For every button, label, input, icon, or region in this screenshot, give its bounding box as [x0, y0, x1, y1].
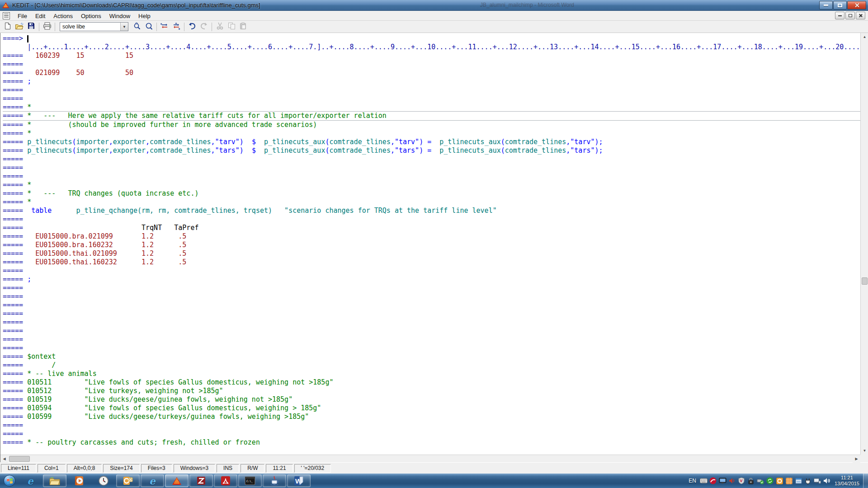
- editor-line[interactable]: ===== ;: [3, 275, 860, 284]
- horizontal-scrollbar[interactable]: ◀ ▶: [0, 455, 860, 462]
- horizontal-scroll-thumb[interactable]: [9, 456, 30, 462]
- editor-line[interactable]: ===== $ontext: [3, 352, 860, 361]
- taskbar-app-internet-explorer-window[interactable]: e: [141, 474, 164, 487]
- editor-line[interactable]: =====: [3, 86, 860, 94]
- open-button[interactable]: [14, 22, 25, 32]
- editor-line[interactable]: ===== p_tlinecuts(importer,exporter,comt…: [3, 138, 860, 146]
- editor-line[interactable]: =====: [3, 344, 860, 352]
- taskbar-clock[interactable]: 11:21 13/04/2015: [835, 475, 859, 487]
- vertical-scroll-thumb[interactable]: [862, 277, 868, 285]
- editor-line[interactable]: ===== * --- TRQ changes (quota incrase e…: [3, 189, 860, 198]
- minimize-button[interactable]: [819, 1, 833, 9]
- editor-line[interactable]: ===== 010519 "Live ducks/geese/guinea fo…: [3, 395, 860, 404]
- editor-line[interactable]: =====: [3, 155, 860, 164]
- editor-line[interactable]: =====: [3, 292, 860, 301]
- editor-line[interactable]: ===== 160239 15 15: [3, 52, 860, 60]
- editor-line[interactable]: =====: [3, 301, 860, 310]
- editor-line[interactable]: ===== EU015000.thai.021099 1.2 .5: [3, 249, 860, 258]
- menu-actions[interactable]: Actions: [49, 12, 77, 20]
- find-next-button[interactable]: [143, 22, 155, 32]
- taskbar-app-windows-explorer[interactable]: [43, 474, 66, 487]
- editor-line[interactable]: ===== *: [3, 129, 860, 138]
- scroll-left-icon[interactable]: ◀: [0, 455, 8, 463]
- taskbar-app-word[interactable]: W: [287, 474, 311, 487]
- editor-line[interactable]: ===== TrqNT TaPref: [3, 224, 860, 232]
- chevron-down-icon[interactable]: ▼: [120, 23, 128, 31]
- taskbar-app-clock-app[interactable]: [92, 474, 115, 487]
- menu-options[interactable]: Options: [77, 12, 105, 20]
- command-line[interactable]: ====>: [3, 34, 860, 43]
- taskbar-app-command-prompt[interactable]: C:\_: [238, 474, 262, 487]
- editor-line[interactable]: ===== 010511 "Live fowls of species Gall…: [3, 378, 860, 387]
- editor-line[interactable]: =====: [3, 284, 860, 292]
- taskbar-app-outlook[interactable]: [116, 474, 140, 487]
- editor-line[interactable]: ===== 010599 "Live ducks/geese/turkeys/g…: [3, 413, 860, 421]
- undo-button[interactable]: [186, 22, 198, 32]
- print-button[interactable]: [41, 22, 53, 32]
- editor-line[interactable]: ===== *: [3, 103, 860, 112]
- close-button[interactable]: [847, 1, 866, 9]
- macro-combobox[interactable]: solve libe▼: [60, 22, 128, 31]
- editor-line[interactable]: ===== EU015000.bra.021099 1.2 .5: [3, 232, 860, 241]
- editor-line[interactable]: =====: [3, 318, 860, 327]
- scroll-up-icon[interactable]: ▲: [861, 33, 868, 41]
- editor-line[interactable]: ===== * -- poultry carcasses and cuts; f…: [3, 438, 860, 447]
- redo-button[interactable]: [198, 22, 210, 32]
- editor-line[interactable]: =====: [3, 60, 860, 69]
- editor-line[interactable]: ===== EU015000.thai.160232 1.2 .5: [3, 258, 860, 267]
- paste-button[interactable]: [237, 22, 249, 32]
- power-plug-icon[interactable]: [803, 474, 813, 488]
- maximize-button[interactable]: [833, 1, 847, 9]
- editor-line[interactable]: =====: [3, 164, 860, 172]
- scroll-right-icon[interactable]: ▶: [853, 455, 860, 463]
- start-button[interactable]: [1, 474, 18, 488]
- editor-line[interactable]: =====: [3, 94, 860, 103]
- editor-line[interactable]: ===== ;: [3, 77, 860, 86]
- taskbar-app-adobe-reader[interactable]: [214, 474, 237, 487]
- editor-line[interactable]: ===== 021099 50 50: [3, 69, 860, 77]
- speaker-red-icon[interactable]: [727, 474, 737, 488]
- editor-line[interactable]: ===== table p_tline_qchange(rm, rm, comt…: [3, 206, 860, 215]
- editor-line[interactable]: ===== 010594 "Live fowls of species Gall…: [3, 404, 860, 413]
- v-shield-icon[interactable]: V: [737, 474, 746, 488]
- editor-line[interactable]: ===== *: [3, 181, 860, 189]
- child-close-button[interactable]: [856, 12, 865, 19]
- editor-line[interactable]: =====: [3, 421, 860, 430]
- editor-line[interactable]: ===== * -- live animals: [3, 370, 860, 378]
- document-system-icon[interactable]: [3, 12, 10, 19]
- taskbar-app-internet-explorer[interactable]: e: [19, 474, 42, 487]
- volume-icon[interactable]: [822, 474, 832, 488]
- editor-line[interactable]: ===== p_tlinecuts(importer,exporter,comt…: [3, 146, 860, 155]
- editor-line[interactable]: |...+....1....+....2....+....3....+....4…: [3, 43, 860, 52]
- vertical-scrollbar[interactable]: ▲ ▼: [860, 33, 868, 455]
- editor-line[interactable]: =====: [3, 430, 860, 438]
- sync-green-icon[interactable]: [765, 474, 775, 488]
- new-button[interactable]: [2, 22, 14, 32]
- language-indicator[interactable]: EN: [689, 478, 696, 484]
- usb-remove-icon[interactable]: [756, 474, 765, 488]
- child-minimize-button[interactable]: [835, 12, 844, 19]
- cut-button[interactable]: [214, 22, 226, 32]
- change-all-button[interactable]: [170, 22, 182, 32]
- editor-line[interactable]: ===== *: [3, 198, 860, 206]
- child-restore-button[interactable]: [845, 12, 855, 19]
- text-editor[interactable]: ====> |...+....1....+....2....+....3....…: [0, 33, 860, 455]
- antivirus-red-icon[interactable]: [708, 474, 718, 488]
- menu-help[interactable]: Help: [134, 12, 155, 20]
- taskbar-app-zotero[interactable]: [189, 474, 213, 487]
- editor-line[interactable]: ===== * (should be improved further in m…: [3, 121, 860, 129]
- taskbar-app-java[interactable]: [263, 474, 286, 487]
- keyboard-icon[interactable]: [699, 474, 708, 488]
- taskbar-app-media-player[interactable]: [67, 474, 91, 487]
- editor-line[interactable]: ===== 010512 "Live turkeys, weighing not…: [3, 387, 860, 395]
- editor-line[interactable]: ===== EU015000.bra.160232 1.2 .5: [3, 241, 860, 249]
- save-button[interactable]: [25, 22, 37, 32]
- grid-orange-icon[interactable]: [784, 474, 794, 488]
- title-bar[interactable]: KEDIT - [C:\Users\himicmi\Downloads\CAPR…: [0, 0, 868, 11]
- change-button[interactable]: [159, 22, 170, 32]
- editor-line[interactable]: =====: [3, 215, 860, 224]
- menu-window[interactable]: Window: [105, 12, 134, 20]
- scroll-down-icon[interactable]: ▼: [861, 447, 868, 455]
- editor-line[interactable]: =====: [3, 335, 860, 344]
- editor-line[interactable]: ===== /: [3, 361, 860, 370]
